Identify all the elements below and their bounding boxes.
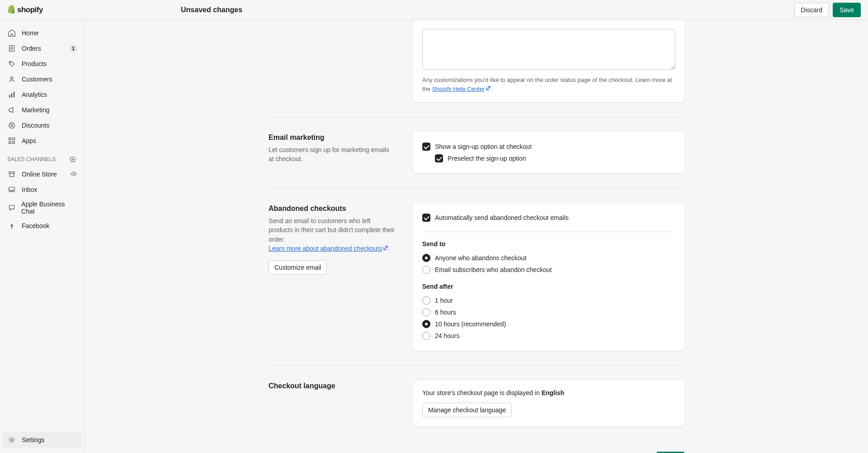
show-signup-row[interactable]: Show a sign-up option at checkout xyxy=(422,141,675,153)
send-after-6h-radio[interactable] xyxy=(422,308,430,316)
sidebar: Home Orders 1 Products Customers Analy xyxy=(0,20,85,453)
send-after-6h-row[interactable]: 6 hours xyxy=(422,306,675,318)
send-to-anyone-radio[interactable] xyxy=(422,254,430,262)
chat-icon xyxy=(7,203,16,212)
send-after-24h-row[interactable]: 24 hours xyxy=(422,330,675,342)
checkout-language-section: Checkout language Your store's checkout … xyxy=(269,366,684,441)
sales-channels-label: Sales channels xyxy=(7,156,56,162)
sidebar-item-customers[interactable]: Customers xyxy=(3,72,82,87)
email-marketing-card: Show a sign-up option at checkout Presel… xyxy=(413,132,684,173)
svg-rect-11 xyxy=(9,142,11,144)
svg-point-7 xyxy=(10,124,11,124)
send-after-24h-radio[interactable] xyxy=(422,332,430,340)
sidebar-item-label: Customers xyxy=(22,76,52,83)
send-to-subscribers-radio[interactable] xyxy=(422,266,430,274)
svg-point-8 xyxy=(12,126,13,126)
abandoned-desc: Send an email to customers who left prod… xyxy=(269,216,395,253)
svg-rect-4 xyxy=(11,93,13,97)
sales-channels-heading: Sales channels xyxy=(3,148,82,167)
scripts-card: Any customizations you'd like to appear … xyxy=(413,20,684,102)
auto-send-label: Automatically send abandoned checkout em… xyxy=(435,214,569,221)
svg-rect-9 xyxy=(9,138,11,140)
auto-send-checkbox[interactable] xyxy=(422,214,430,222)
svg-point-14 xyxy=(73,173,74,174)
sidebar-item-label: Analytics xyxy=(22,91,47,98)
abandoned-desc-text: Send an email to customers who left prod… xyxy=(269,217,395,243)
sidebar-item-label: Discounts xyxy=(22,122,49,129)
sidebar-item-label: Apps xyxy=(22,137,36,144)
customize-email-button[interactable]: Customize email xyxy=(269,260,327,275)
inbox-icon xyxy=(7,185,16,194)
send-to-subscribers-label: Email subscribers who abandon checkout xyxy=(435,266,552,273)
sidebar-item-apple-chat[interactable]: Apple Business Chat xyxy=(3,197,82,218)
sidebar-item-apps[interactable]: Apps xyxy=(3,133,82,148)
save-button[interactable]: Save xyxy=(833,3,861,17)
page-title: Unsaved changes xyxy=(181,6,687,14)
sidebar-item-label: Apple Business Chat xyxy=(21,200,77,215)
help-center-link[interactable]: Shopify Help Center xyxy=(432,85,491,94)
sidebar-item-label: Inbox xyxy=(22,186,37,193)
sidebar-item-settings[interactable]: Settings xyxy=(3,432,82,448)
sidebar-item-label: Orders xyxy=(22,45,41,52)
send-to-anyone-label: Anyone who abandons checkout xyxy=(435,254,526,262)
send-to-subscribers-row[interactable]: Email subscribers who abandon checkout xyxy=(422,264,675,276)
svg-rect-10 xyxy=(13,138,15,140)
main-content: Any customizations you'd like to appear … xyxy=(85,20,868,453)
scripts-textarea[interactable] xyxy=(422,29,675,70)
abandoned-learn-more-link[interactable]: Learn more about abandoned checkouts xyxy=(269,244,388,253)
send-after-1h-radio[interactable] xyxy=(422,296,430,305)
sidebar-item-orders[interactable]: Orders 1 xyxy=(3,41,82,56)
send-after-1h-row[interactable]: 1 hour xyxy=(422,295,675,306)
orders-badge: 1 xyxy=(69,44,77,52)
gear-icon xyxy=(7,435,16,444)
sidebar-item-inbox[interactable]: Inbox xyxy=(3,182,82,197)
checkout-language-card: Your store's checkout page is displayed … xyxy=(413,380,684,426)
eye-icon[interactable] xyxy=(70,170,77,179)
svg-point-2 xyxy=(10,77,13,79)
sidebar-item-online-store[interactable]: Online Store xyxy=(3,167,82,182)
scripts-section: Any customizations you'd like to appear … xyxy=(269,20,684,117)
help-center-link-text: Shopify Help Center xyxy=(432,85,485,94)
show-signup-label: Show a sign-up option at checkout xyxy=(435,143,532,150)
send-after-10h-radio[interactable] xyxy=(422,320,430,328)
abandoned-period: . xyxy=(388,245,390,252)
abandoned-heading: Abandoned checkouts xyxy=(269,205,395,213)
preselect-checkbox[interactable] xyxy=(435,154,443,162)
preselect-row[interactable]: Preselect the sign-up option xyxy=(435,153,675,164)
email-marketing-section: Email marketing Let customers sign up fo… xyxy=(269,117,684,188)
lang-prefix: Your store's checkout page is displayed … xyxy=(422,389,542,396)
footer-save-row: Save xyxy=(269,441,684,453)
sidebar-item-facebook[interactable]: Facebook xyxy=(3,218,82,234)
checkout-language-line: Your store's checkout page is displayed … xyxy=(422,389,675,396)
send-after-24h-label: 24 hours xyxy=(435,332,459,339)
sidebar-item-label: Products xyxy=(22,60,47,67)
abandoned-learn-more-text: Learn more about abandoned checkouts xyxy=(269,244,382,253)
topbar-actions: Discard Save xyxy=(794,3,861,17)
shopify-logo-text: shopify xyxy=(17,5,43,14)
sidebar-item-products[interactable]: Products xyxy=(3,56,82,72)
sidebar-item-label: Home xyxy=(22,29,38,37)
send-to-anyone-row[interactable]: Anyone who abandons checkout xyxy=(422,252,675,264)
marketing-icon xyxy=(7,105,16,114)
manage-language-button[interactable]: Manage checkout language xyxy=(422,403,512,417)
topbar: shopify Unsaved changes Discard Save xyxy=(0,0,868,20)
sidebar-item-marketing[interactable]: Marketing xyxy=(3,102,82,118)
send-to-heading: Send to xyxy=(422,240,675,248)
analytics-icon xyxy=(7,90,16,99)
sidebar-item-label: Facebook xyxy=(22,222,49,229)
email-marketing-heading: Email marketing xyxy=(269,134,395,142)
sidebar-item-home[interactable]: Home xyxy=(3,25,82,41)
auto-send-row[interactable]: Automatically send abandoned checkout em… xyxy=(422,212,675,224)
sidebar-item-analytics[interactable]: Analytics xyxy=(3,87,82,102)
sidebar-item-discounts[interactable]: Discounts xyxy=(3,118,82,133)
send-after-6h-label: 6 hours xyxy=(435,309,456,316)
discard-button[interactable]: Discard xyxy=(794,3,829,17)
abandoned-card: Automatically send abandoned checkout em… xyxy=(413,203,684,351)
svg-rect-3 xyxy=(9,95,10,97)
scripts-help-text: Any customizations you'd like to appear … xyxy=(422,76,675,93)
add-channel-button[interactable] xyxy=(68,155,77,164)
divider xyxy=(422,232,675,232)
show-signup-checkbox[interactable] xyxy=(422,143,430,151)
sidebar-item-label: Marketing xyxy=(22,106,49,114)
send-after-10h-row[interactable]: 10 hours (recommended) xyxy=(422,318,675,330)
